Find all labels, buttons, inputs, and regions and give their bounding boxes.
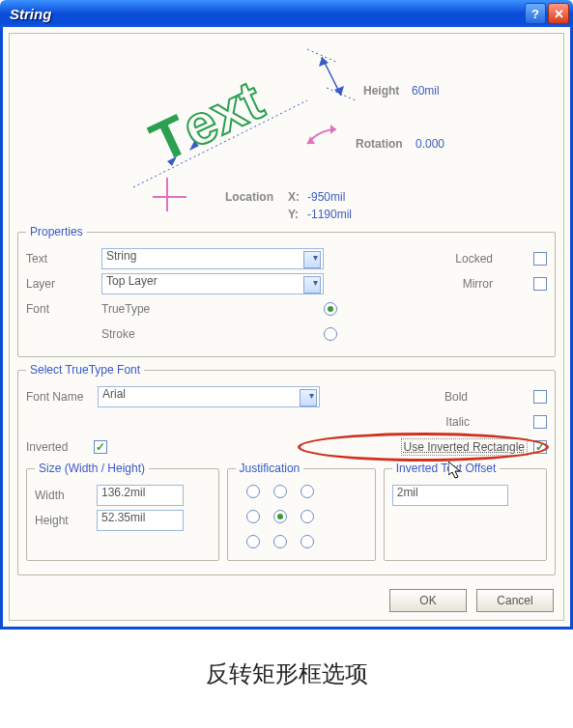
locked-checkbox[interactable]	[533, 252, 547, 266]
text-combo[interactable]: String	[101, 248, 324, 269]
properties-group: Properties Text String Locked Layer Top …	[17, 225, 556, 357]
size-width-input[interactable]: 136.2mil	[97, 485, 184, 506]
cursor-icon	[448, 462, 464, 483]
offset-group: Inverted Text Offset 2mil	[384, 462, 547, 561]
font-stroke-label: Stroke	[101, 327, 179, 341]
inverted-label: Inverted	[26, 440, 94, 454]
just-bl[interactable]	[246, 535, 260, 548]
use-inverted-rect-checkbox[interactable]	[533, 440, 547, 454]
bold-label: Bold	[444, 390, 468, 404]
use-inverted-rect-label: Use Inverted Rectangle	[401, 438, 528, 456]
just-bc[interactable]	[273, 535, 287, 548]
offset-legend: Inverted Text Offset	[392, 462, 501, 475]
close-button[interactable]: ✕	[548, 3, 569, 24]
properties-legend: Properties	[26, 225, 87, 238]
mirror-checkbox[interactable]	[533, 277, 547, 291]
italic-checkbox[interactable]	[533, 415, 547, 429]
just-tl[interactable]	[246, 485, 260, 498]
fontname-combo[interactable]: Arial	[98, 386, 320, 407]
rotation-label: Rotation	[356, 137, 403, 151]
size-group: Size (Width / Height) Width 136.2mil Hei…	[26, 462, 219, 561]
font-label: Font	[26, 302, 101, 316]
cancel-button[interactable]: Cancel	[476, 589, 554, 612]
locked-label: Locked	[455, 252, 493, 266]
ok-button[interactable]: OK	[389, 589, 467, 612]
window-body: T ext Height 60mil Rotation 0.000 Locati…	[0, 27, 573, 630]
font-truetype-label: TrueType	[101, 302, 179, 316]
svg-marker-16	[448, 462, 460, 478]
just-tc[interactable]	[273, 485, 287, 498]
location-y-value: -1190mil	[307, 208, 352, 221]
location-x-label: X:	[288, 190, 300, 204]
bold-checkbox[interactable]	[533, 390, 547, 404]
text-label: Text	[26, 252, 101, 266]
size-height-input[interactable]: 52.35mil	[97, 510, 184, 531]
inverted-checkbox[interactable]	[94, 440, 107, 454]
svg-marker-4	[319, 57, 329, 67]
height-value: 60mil	[412, 84, 440, 98]
mirror-label: Mirror	[463, 277, 493, 291]
location-y-label: Y:	[288, 208, 299, 221]
height-label: Height	[363, 84, 399, 98]
just-mc[interactable]	[273, 510, 287, 523]
just-ml[interactable]	[246, 510, 260, 523]
justification-legend: Justification	[236, 462, 304, 475]
layer-combo[interactable]: Top Layer	[101, 273, 324, 294]
help-button[interactable]: ?	[525, 3, 546, 24]
location-x-value: -950mil	[307, 190, 345, 204]
rotation-value: 0.000	[415, 137, 444, 151]
font-stroke-radio[interactable]	[324, 327, 337, 341]
window-title: String	[10, 6, 523, 22]
figure-caption: 反转矩形框选项	[0, 630, 573, 709]
italic-label: Italic	[445, 415, 470, 429]
just-tr[interactable]	[301, 485, 314, 498]
text-preview: T ext Height 60mil Rotation 0.000 Locati…	[17, 38, 556, 221]
layer-label: Layer	[26, 277, 101, 291]
button-bar: OK Cancel	[17, 581, 556, 612]
offset-input[interactable]: 2mil	[392, 485, 508, 506]
titlebar: String ? ✕	[0, 0, 573, 27]
size-width-label: Width	[35, 489, 97, 502]
truetype-group: Select TrueType Font Font Name Arial Bol…	[17, 363, 556, 575]
font-truetype-radio[interactable]	[324, 302, 337, 316]
location-label: Location	[225, 190, 273, 204]
just-mr[interactable]	[301, 510, 314, 523]
svg-marker-9	[330, 125, 336, 134]
just-br[interactable]	[301, 535, 314, 548]
svg-marker-5	[334, 86, 344, 96]
truetype-legend: Select TrueType Font	[26, 363, 144, 377]
inner-panel: T ext Height 60mil Rotation 0.000 Locati…	[9, 33, 564, 621]
size-legend: Size (Width / Height)	[35, 462, 149, 475]
fontname-label: Font Name	[26, 390, 98, 404]
justification-group: Justification	[227, 462, 376, 561]
size-height-label: Height	[35, 514, 97, 527]
